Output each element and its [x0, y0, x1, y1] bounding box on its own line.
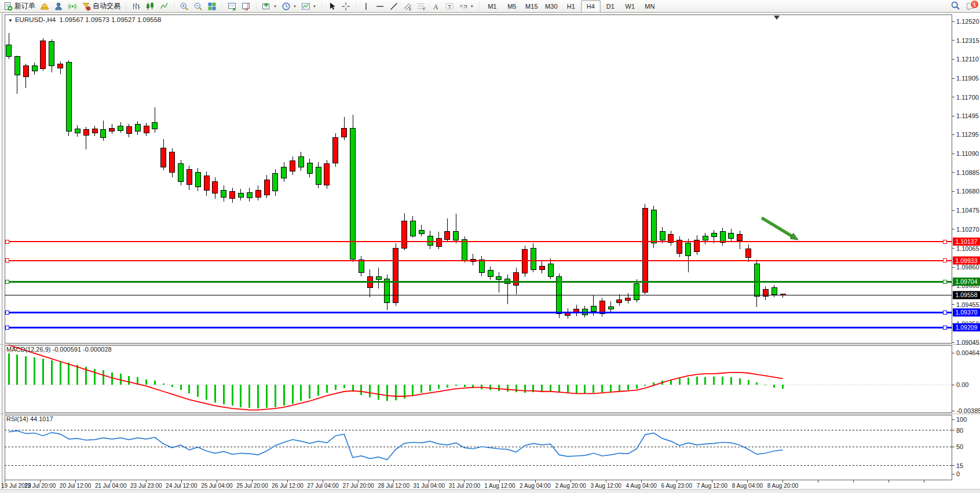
- candle-bull: [238, 193, 243, 197]
- zoom-in-button[interactable]: [177, 0, 191, 13]
- price-axis-label: 1.10065: [956, 245, 979, 252]
- candle-bear: [264, 180, 269, 195]
- indicators-button[interactable]: ▼: [259, 0, 279, 13]
- line-handle[interactable]: [5, 326, 9, 329]
- candle-bull: [462, 239, 467, 261]
- macd-pane: [5, 345, 952, 412]
- candle-bull: [729, 233, 734, 239]
- line-handle[interactable]: [943, 311, 946, 314]
- candle-bear: [187, 170, 192, 184]
- candle-bear: [126, 127, 131, 134]
- timeframe-bar: M1M5M15M30H1H4D1W1MN: [482, 0, 660, 13]
- periods-button[interactable]: ▼: [279, 0, 299, 13]
- fibonacci-tool-button[interactable]: F: [415, 0, 429, 13]
- tab-timeframe-D1[interactable]: D1: [601, 0, 620, 13]
- community-button[interactable]: [52, 0, 65, 13]
- channel-icon: E: [403, 2, 412, 11]
- template-icon: [301, 2, 310, 11]
- toolbar-separator: [354, 2, 358, 11]
- auto-scroll-icon: [228, 2, 237, 11]
- candle-bull: [591, 306, 596, 312]
- channel-tool-button[interactable]: E: [401, 0, 415, 13]
- symbol-period-label: EURUSD-,H4: [15, 16, 56, 23]
- search-icon[interactable]: [950, 1, 960, 13]
- line-handle[interactable]: [5, 240, 9, 243]
- tab-timeframe-H4[interactable]: H4: [581, 0, 601, 13]
- zoom-out-icon: [193, 2, 203, 11]
- price-axis-label: 1.11090: [956, 150, 979, 157]
- line-handle[interactable]: [5, 259, 9, 262]
- candle-bull: [496, 276, 502, 280]
- line-handle[interactable]: [943, 259, 946, 262]
- signals-button[interactable]: [65, 0, 79, 13]
- text-tool-button[interactable]: A: [429, 0, 443, 13]
- new-order-button[interactable]: 新订单: [1, 0, 38, 13]
- candle-bull: [6, 45, 12, 57]
- horizontal-line-tool-button[interactable]: [373, 0, 387, 13]
- styler-button[interactable]: [38, 0, 52, 13]
- macd-indicator-label: MACD(12,26,9) -0.000591 -0.000028: [6, 346, 112, 353]
- time-axis-label: 3 Aug 12:00: [590, 483, 621, 489]
- candle-bull: [608, 306, 613, 309]
- toolbar-separator: [254, 2, 258, 11]
- tab-timeframe-M5[interactable]: M5: [502, 0, 522, 13]
- candle-bear: [737, 235, 743, 241]
- candle-bull: [479, 260, 484, 272]
- time-axis-label: 1 Aug 12:00: [484, 483, 515, 489]
- chart-title: ▼EURUSD-,H4 1.09567 1.09573 1.09527 1.09…: [8, 16, 161, 23]
- candle-bear: [213, 181, 218, 193]
- rsi-indicator-label: RSI(14) 44.1017: [6, 415, 53, 422]
- price-tag-label: 1.09704: [956, 278, 978, 285]
- candle-bear: [514, 272, 519, 285]
- autotrade-button[interactable]: 自动交易: [79, 0, 123, 13]
- autotrade-icon: [82, 2, 91, 11]
- rsi-axis-label: 80: [956, 427, 963, 434]
- line-handle[interactable]: [943, 326, 946, 329]
- arrows-tool-button[interactable]: ▼: [456, 0, 476, 13]
- candle-bear: [617, 300, 622, 303]
- label-tool-button[interactable]: T: [443, 0, 456, 13]
- trendline-tool-button[interactable]: [387, 0, 401, 13]
- tab-timeframe-MN[interactable]: MN: [640, 0, 660, 13]
- line-handle[interactable]: [943, 280, 946, 283]
- line-handle[interactable]: [5, 280, 9, 283]
- candle-bull: [531, 248, 536, 269]
- time-axis-label: 8 Aug 20:00: [767, 483, 799, 489]
- candlestick-chart-button[interactable]: [143, 0, 157, 13]
- candle-bull: [703, 236, 708, 240]
- zoom-out-button[interactable]: [191, 0, 205, 13]
- candle-bear: [746, 249, 751, 258]
- tab-timeframe-W1[interactable]: W1: [620, 0, 640, 13]
- line-handle[interactable]: [943, 240, 946, 243]
- candle-bear: [642, 209, 648, 293]
- crosshair-icon: [341, 2, 350, 11]
- candle-bull: [359, 260, 364, 272]
- candle-bear: [393, 248, 398, 303]
- templates-button[interactable]: ▼: [299, 0, 319, 13]
- vertical-line-tool-button[interactable]: [359, 0, 373, 13]
- clock-icon: [281, 2, 291, 11]
- auto-scroll-button[interactable]: [225, 0, 239, 13]
- tab-timeframe-M15[interactable]: M15: [522, 0, 542, 13]
- tile-windows-button[interactable]: [205, 0, 219, 13]
- candle-bull: [281, 167, 287, 178]
- crosshair-tool-button[interactable]: [339, 0, 353, 13]
- tab-timeframe-M1[interactable]: M1: [482, 0, 502, 13]
- line-chart-button[interactable]: [157, 0, 171, 13]
- chart-shift-button[interactable]: [239, 0, 253, 13]
- tab-timeframe-M30[interactable]: M30: [542, 0, 561, 13]
- line-handle[interactable]: [5, 311, 9, 314]
- chat-button[interactable]: 1: [965, 1, 977, 12]
- tab-timeframe-H1[interactable]: H1: [561, 0, 581, 13]
- text-tool-icon: A: [431, 2, 440, 11]
- cursor-tool-button[interactable]: [325, 0, 339, 13]
- time-axis-label: 27 Jul 04:00: [307, 483, 339, 489]
- time-axis-label: 23 Jul 23:00: [130, 483, 162, 489]
- chart-area[interactable]: 1.125201.123151.121101.119051.117001.114…: [0, 0, 980, 493]
- time-axis-label: 2 Aug 20:00: [555, 483, 586, 489]
- candle-bear: [324, 164, 330, 185]
- price-axis-label: 1.09455: [956, 301, 979, 308]
- chevron-down-icon: ▼: [273, 5, 277, 8]
- candle-bull: [221, 190, 226, 197]
- bar-chart-button[interactable]: [129, 0, 143, 13]
